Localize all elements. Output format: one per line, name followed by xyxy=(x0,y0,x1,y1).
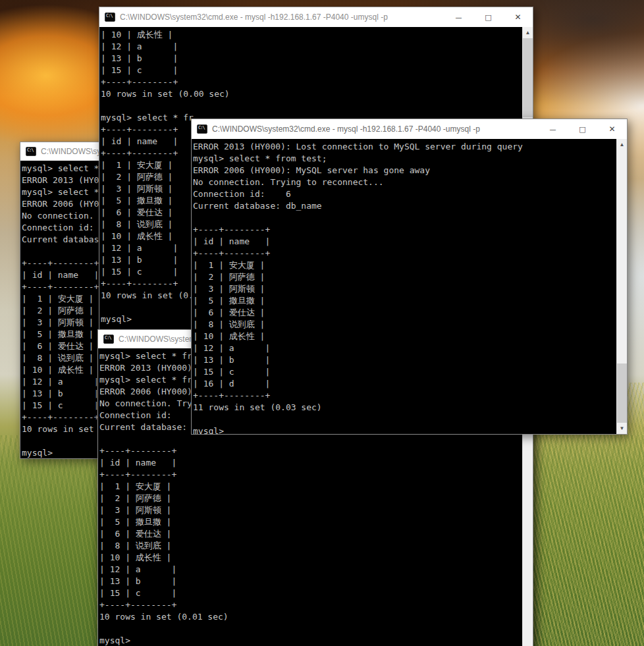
terminal-line: | 16 | d | xyxy=(193,378,616,390)
window-controls: — □ ✕ xyxy=(538,119,627,139)
terminal-line: | 13 | b | xyxy=(99,576,522,587)
terminal-line: ERROR 2013 (HY000): Lost connection to M… xyxy=(193,141,616,153)
terminal-line: | 8 | 说到底 | xyxy=(99,540,522,552)
minimize-button[interactable]: — xyxy=(444,7,473,27)
cmd-icon-label: C:\ xyxy=(105,13,113,19)
terminal-line: | 3 | 阿斯顿 | xyxy=(193,283,616,295)
scrollbar[interactable]: ▲ ▼ xyxy=(616,139,627,434)
titlebar[interactable]: C:\ C:\WINDOWS\system32\cmd.exe - mysql … xyxy=(99,7,533,27)
scroll-up-icon[interactable]: ▲ xyxy=(617,139,627,150)
terminal-line: | 6 | 爱仕达 | xyxy=(193,307,616,319)
terminal-line: Connection id: 6 xyxy=(193,188,616,200)
scrollbar-thumb[interactable] xyxy=(523,38,533,117)
terminal-line: mysql> select * from test; xyxy=(193,153,616,165)
terminal-line: | 12 | a | xyxy=(193,342,616,354)
terminal-line: | 5 | 撒旦撒 | xyxy=(99,516,522,528)
terminal-line: | 15 | c | xyxy=(101,65,522,76)
terminal-line: +----+--------+ xyxy=(193,248,616,259)
terminal-line: 10 rows in set (0.01 sec) xyxy=(99,611,522,623)
cmd-icon-label: C:\ xyxy=(26,148,34,153)
terminal-output: ERROR 2013 (HY000): Lost connection to M… xyxy=(192,139,616,434)
cmd-icon: C:\ xyxy=(103,335,114,344)
window-controls: — □ ✕ xyxy=(444,7,533,27)
terminal-line: | 2 | 阿萨德 | xyxy=(99,493,522,504)
terminal-line: | 1 | 安大厦 | xyxy=(99,481,522,493)
terminal-line xyxy=(101,100,522,112)
scroll-up-icon[interactable]: ▲ xyxy=(523,27,533,38)
cmd-icon: C:\ xyxy=(105,13,115,22)
terminal-line xyxy=(193,212,616,224)
terminal-line: +----+--------+ xyxy=(99,445,522,457)
terminal-line: | 10 | 成长性 | xyxy=(193,331,616,342)
terminal-line: | id | name | xyxy=(193,236,616,248)
terminal-lines: ERROR 2013 (HY000): Lost connection to M… xyxy=(193,141,616,434)
terminal-line: | 15 | c | xyxy=(99,587,522,599)
terminal-line: ERROR 2006 (HY000): MySQL server has gon… xyxy=(193,165,616,176)
titlebar[interactable]: C:\ C:\WINDOWS\system32\cmd.exe - mysql … xyxy=(192,119,627,139)
desktop-background: C:\ C:\WINDOWS\sys — □ ✕ mysql> select *… xyxy=(0,0,644,646)
cmd-icon-label: C:\ xyxy=(104,335,111,341)
terminal-line: 10 rows in set (0.00 sec) xyxy=(101,88,522,100)
close-button[interactable]: ✕ xyxy=(597,119,627,139)
terminal-line: | 5 | 撒旦撒 | xyxy=(193,295,616,307)
terminal-line: +----+--------+ xyxy=(99,469,522,481)
terminal-line: | 15 | c | xyxy=(193,366,616,378)
terminal-line: +----+--------+ xyxy=(193,224,616,236)
terminal-line: | 10 | 成长性 | xyxy=(101,29,522,41)
terminal-line: | 2 | 阿萨德 | xyxy=(193,271,616,283)
terminal-line: | 1 | 安大厦 | xyxy=(193,259,616,271)
terminal-line xyxy=(99,623,522,635)
terminal-line: +----+--------+ xyxy=(193,390,616,402)
terminal-line: No connection. Trying to reconnect... xyxy=(193,176,616,188)
terminal-line xyxy=(99,433,522,445)
maximize-button[interactable]: □ xyxy=(473,7,503,27)
terminal-line: | 13 | b | xyxy=(101,53,522,65)
minimize-button[interactable]: — xyxy=(538,119,568,139)
terminal-line: mysql> xyxy=(193,425,616,434)
terminal-window-front[interactable]: C:\ C:\WINDOWS\system32\cmd.exe - mysql … xyxy=(191,119,628,435)
maximize-button[interactable]: □ xyxy=(568,119,597,139)
terminal-line xyxy=(193,414,616,425)
terminal-line: +----+--------+ xyxy=(99,599,522,611)
terminal-line: | 10 | 成长性 | xyxy=(99,552,522,564)
terminal-line: | 12 | a | xyxy=(99,564,522,576)
terminal-line: | id | name | xyxy=(99,457,522,469)
terminal-line: | 6 | 爱仕达 | xyxy=(99,528,522,540)
terminal-line: Current database: db_name xyxy=(193,200,616,212)
cmd-icon-label: C:\ xyxy=(198,125,205,131)
scrollbar-thumb[interactable] xyxy=(617,363,627,423)
window-title: C:\WINDOWS\system32\cmd.exe - mysql -h19… xyxy=(212,124,538,134)
close-button[interactable]: ✕ xyxy=(503,7,533,27)
terminal-line: | 13 | b | xyxy=(193,354,616,366)
cmd-icon: C:\ xyxy=(197,124,207,134)
terminal-line: +----+--------+ xyxy=(101,76,522,88)
window-title: C:\WINDOWS\system32\cmd.exe - mysql -h19… xyxy=(120,13,444,22)
scroll-down-icon[interactable]: ▼ xyxy=(617,423,627,434)
terminal-line: | 3 | 阿斯顿 | xyxy=(99,504,522,516)
terminal-line: | 12 | a | xyxy=(101,41,522,53)
terminal-line: | 8 | 说到底 | xyxy=(193,319,616,331)
cmd-icon: C:\ xyxy=(26,147,36,156)
terminal-line: mysql> xyxy=(99,635,522,646)
terminal-line: 11 rows in set (0.03 sec) xyxy=(193,402,616,414)
